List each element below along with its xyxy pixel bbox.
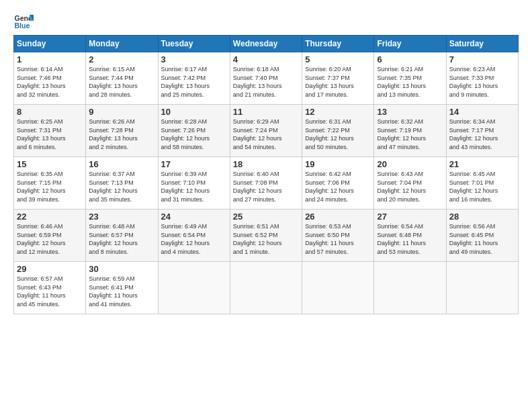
day-number: 11 — [233, 107, 299, 117]
day-number: 20 — [377, 159, 443, 169]
cell-info: Sunrise: 6:54 AM Sunset: 6:48 PM Dayligh… — [377, 222, 443, 256]
calendar-cell: 6Sunrise: 6:21 AM Sunset: 7:35 PM Daylig… — [374, 52, 446, 105]
calendar-cell: 9Sunrise: 6:26 AM Sunset: 7:28 PM Daylig… — [86, 105, 158, 157]
cell-info: Sunrise: 6:35 AM Sunset: 7:15 PM Dayligh… — [17, 170, 83, 203]
cell-info: Sunrise: 6:40 AM Sunset: 7:08 PM Dayligh… — [233, 170, 299, 203]
calendar-cell — [374, 262, 446, 314]
cell-info: Sunrise: 6:29 AM Sunset: 7:24 PM Dayligh… — [233, 118, 299, 151]
cell-info: Sunrise: 6:42 AM Sunset: 7:06 PM Dayligh… — [305, 170, 371, 203]
week-row-3: 15Sunrise: 6:35 AM Sunset: 7:15 PM Dayli… — [14, 157, 519, 210]
calendar-cell: 13Sunrise: 6:32 AM Sunset: 7:19 PM Dayli… — [374, 105, 446, 157]
cell-info: Sunrise: 6:49 AM Sunset: 6:54 PM Dayligh… — [161, 222, 227, 256]
day-number: 15 — [17, 159, 83, 169]
cell-info: Sunrise: 6:34 AM Sunset: 7:17 PM Dayligh… — [449, 118, 515, 151]
day-number: 28 — [449, 212, 515, 222]
week-row-1: 1Sunrise: 6:14 AM Sunset: 7:46 PM Daylig… — [14, 52, 519, 105]
day-number: 3 — [161, 54, 227, 64]
day-header-saturday: Saturday — [446, 36, 518, 52]
cell-info: Sunrise: 6:32 AM Sunset: 7:19 PM Dayligh… — [377, 118, 443, 151]
day-header-tuesday: Tuesday — [158, 36, 230, 52]
calendar-cell: 26Sunrise: 6:53 AM Sunset: 6:50 PM Dayli… — [302, 210, 374, 262]
svg-text:Blue: Blue — [15, 21, 30, 30]
calendar-cell — [230, 262, 302, 314]
cell-info: Sunrise: 6:23 AM Sunset: 7:33 PM Dayligh… — [449, 65, 515, 99]
cell-info: Sunrise: 6:45 AM Sunset: 7:01 PM Dayligh… — [449, 170, 515, 203]
day-number: 5 — [305, 54, 371, 64]
cell-info: Sunrise: 6:20 AM Sunset: 7:37 PM Dayligh… — [305, 65, 371, 99]
page-container: General Blue SundayMondayTuesdayWednesda… — [0, 0, 532, 321]
calendar-cell: 10Sunrise: 6:28 AM Sunset: 7:26 PM Dayli… — [158, 105, 230, 157]
day-header-friday: Friday — [374, 36, 446, 52]
day-number: 1 — [17, 54, 83, 64]
day-header-thursday: Thursday — [302, 36, 374, 52]
cell-info: Sunrise: 6:25 AM Sunset: 7:31 PM Dayligh… — [17, 118, 83, 151]
calendar-cell: 28Sunrise: 6:56 AM Sunset: 6:45 PM Dayli… — [446, 210, 518, 262]
calendar-cell — [158, 262, 230, 314]
cell-info: Sunrise: 6:17 AM Sunset: 7:42 PM Dayligh… — [161, 65, 227, 99]
calendar-cell — [446, 262, 518, 314]
day-number: 24 — [161, 212, 227, 222]
day-number: 25 — [233, 212, 299, 222]
calendar-cell: 27Sunrise: 6:54 AM Sunset: 6:48 PM Dayli… — [374, 210, 446, 262]
day-number: 23 — [89, 212, 154, 222]
day-header-sunday: Sunday — [14, 36, 86, 52]
calendar-cell: 14Sunrise: 6:34 AM Sunset: 7:17 PM Dayli… — [446, 105, 518, 157]
calendar-cell: 22Sunrise: 6:46 AM Sunset: 6:59 PM Dayli… — [14, 210, 86, 262]
day-header-wednesday: Wednesday — [230, 36, 302, 52]
cell-info: Sunrise: 6:51 AM Sunset: 6:52 PM Dayligh… — [233, 222, 299, 256]
cell-info: Sunrise: 6:59 AM Sunset: 6:41 PM Dayligh… — [89, 275, 154, 308]
day-number: 2 — [89, 54, 154, 64]
day-header-monday: Monday — [86, 36, 158, 52]
calendar-cell: 8Sunrise: 6:25 AM Sunset: 7:31 PM Daylig… — [14, 105, 86, 157]
day-number: 17 — [161, 159, 227, 169]
calendar-cell: 11Sunrise: 6:29 AM Sunset: 7:24 PM Dayli… — [230, 105, 302, 157]
week-row-5: 29Sunrise: 6:57 AM Sunset: 6:43 PM Dayli… — [14, 262, 519, 314]
header: General Blue — [13, 11, 519, 31]
day-number: 30 — [89, 264, 154, 274]
day-number: 18 — [233, 159, 299, 169]
cell-info: Sunrise: 6:26 AM Sunset: 7:28 PM Dayligh… — [89, 118, 154, 151]
calendar-cell: 20Sunrise: 6:43 AM Sunset: 7:04 PM Dayli… — [374, 157, 446, 210]
calendar-cell: 12Sunrise: 6:31 AM Sunset: 7:22 PM Dayli… — [302, 105, 374, 157]
week-row-4: 22Sunrise: 6:46 AM Sunset: 6:59 PM Dayli… — [14, 210, 519, 262]
calendar-cell: 5Sunrise: 6:20 AM Sunset: 7:37 PM Daylig… — [302, 52, 374, 105]
day-number: 7 — [449, 54, 515, 64]
calendar-cell: 18Sunrise: 6:40 AM Sunset: 7:08 PM Dayli… — [230, 157, 302, 210]
calendar-cell: 25Sunrise: 6:51 AM Sunset: 6:52 PM Dayli… — [230, 210, 302, 262]
day-number: 21 — [449, 159, 515, 169]
calendar-cell: 1Sunrise: 6:14 AM Sunset: 7:46 PM Daylig… — [14, 52, 86, 105]
calendar-cell: 7Sunrise: 6:23 AM Sunset: 7:33 PM Daylig… — [446, 52, 518, 105]
calendar-table: SundayMondayTuesdayWednesdayThursdayFrid… — [13, 35, 519, 314]
day-number: 27 — [377, 212, 443, 222]
day-number: 12 — [305, 107, 371, 117]
cell-info: Sunrise: 6:48 AM Sunset: 6:57 PM Dayligh… — [89, 222, 154, 256]
calendar-cell: 15Sunrise: 6:35 AM Sunset: 7:15 PM Dayli… — [14, 157, 86, 210]
calendar-cell: 17Sunrise: 6:39 AM Sunset: 7:10 PM Dayli… — [158, 157, 230, 210]
day-number: 9 — [89, 107, 154, 117]
cell-info: Sunrise: 6:57 AM Sunset: 6:43 PM Dayligh… — [17, 275, 83, 308]
day-number: 4 — [233, 54, 299, 64]
cell-info: Sunrise: 6:31 AM Sunset: 7:22 PM Dayligh… — [305, 118, 371, 151]
cell-info: Sunrise: 6:14 AM Sunset: 7:46 PM Dayligh… — [17, 65, 83, 99]
logo: General Blue — [13, 11, 36, 31]
calendar-cell: 30Sunrise: 6:59 AM Sunset: 6:41 PM Dayli… — [86, 262, 158, 314]
cell-info: Sunrise: 6:56 AM Sunset: 6:45 PM Dayligh… — [449, 222, 515, 256]
day-number: 16 — [89, 159, 154, 169]
day-number: 26 — [305, 212, 371, 222]
cell-info: Sunrise: 6:18 AM Sunset: 7:40 PM Dayligh… — [233, 65, 299, 99]
cell-info: Sunrise: 6:15 AM Sunset: 7:44 PM Dayligh… — [89, 65, 154, 99]
calendar-cell: 3Sunrise: 6:17 AM Sunset: 7:42 PM Daylig… — [158, 52, 230, 105]
cell-info: Sunrise: 6:53 AM Sunset: 6:50 PM Dayligh… — [305, 222, 371, 256]
day-number: 6 — [377, 54, 443, 64]
day-number: 19 — [305, 159, 371, 169]
cell-info: Sunrise: 6:21 AM Sunset: 7:35 PM Dayligh… — [377, 65, 443, 99]
logo-icon: General Blue — [13, 11, 34, 31]
header-row: SundayMondayTuesdayWednesdayThursdayFrid… — [14, 36, 519, 52]
calendar-cell — [302, 262, 374, 314]
day-number: 29 — [17, 264, 83, 274]
day-number: 22 — [17, 212, 83, 222]
calendar-cell: 16Sunrise: 6:37 AM Sunset: 7:13 PM Dayli… — [86, 157, 158, 210]
calendar-cell: 19Sunrise: 6:42 AM Sunset: 7:06 PM Dayli… — [302, 157, 374, 210]
week-row-2: 8Sunrise: 6:25 AM Sunset: 7:31 PM Daylig… — [14, 105, 519, 157]
day-number: 14 — [449, 107, 515, 117]
